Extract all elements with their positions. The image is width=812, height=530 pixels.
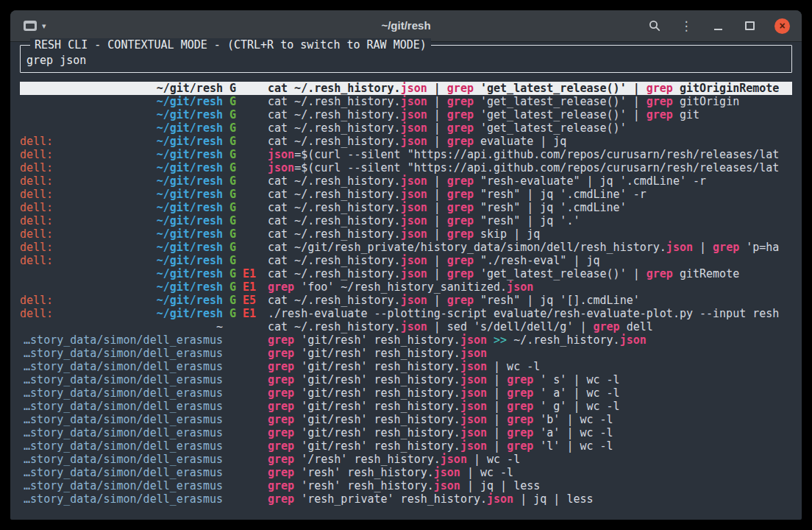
directory-label: ~/git/resh	[157, 188, 223, 201]
history-row[interactable]: …story_data/simon/dell_erasmusgrep 'git/…	[20, 333, 792, 347]
history-row[interactable]: …story_data/simon/dell_erasmusgrep 'git/…	[20, 373, 792, 386]
host-label: dell:	[20, 201, 53, 214]
command-text: cat ~/.resh_history.json | grep "resh-ev…	[268, 174, 792, 188]
history-row[interactable]: dell:~/git/reshGcat ~/git/resh_private/h…	[20, 241, 792, 254]
match-highlight: grep	[447, 294, 474, 307]
search-query-input[interactable]: grep json	[26, 54, 786, 67]
command-text: grep '/resh' resh_history.json | wc -l	[268, 453, 792, 466]
host-directory-cell: …story_data/simon/dell_erasmus	[20, 386, 223, 400]
history-row[interactable]: dell:~/git/reshG E5cat ~/.resh_history.j…	[20, 294, 792, 307]
titlebar[interactable]: ▾ ~/git/resh ⋮ ×	[10, 10, 802, 42]
menu-button[interactable]: ⋮	[680, 10, 693, 41]
restore-button[interactable]	[743, 10, 756, 41]
host-directory-cell: …story_data/simon/dell_erasmus	[20, 439, 223, 453]
git-flag: G	[229, 214, 236, 227]
host-label: dell:	[20, 161, 53, 174]
history-row[interactable]: …story_data/simon/dell_erasmusgrep 'git/…	[20, 413, 792, 426]
history-row[interactable]: …story_data/simon/dell_erasmusgrep 'git/…	[20, 386, 792, 400]
host-label: dell:	[20, 307, 53, 320]
host-directory-cell: ~/git/resh	[20, 108, 223, 121]
command-text: grep 'git/resh' resh_history.json | wc -…	[268, 360, 792, 373]
host-directory-cell: dell:~/git/resh	[20, 214, 223, 227]
match-highlight: json	[620, 333, 647, 347]
history-row[interactable]: …story_data/simon/dell_erasmusgrep 'git/…	[20, 360, 792, 373]
operator-accent: >>	[494, 333, 507, 347]
host-label: dell:	[20, 254, 53, 267]
directory-label: …story_data/simon/dell_erasmus	[24, 400, 223, 413]
history-row[interactable]: ~/git/reshGcat ~/.resh_history.json | gr…	[20, 95, 792, 108]
history-row[interactable]: dell:~/git/reshGcat ~/.resh_history.json…	[20, 135, 792, 148]
history-row[interactable]: …story_data/simon/dell_erasmusgrep 'resh…	[20, 492, 792, 506]
directory-label: …story_data/simon/dell_erasmus	[24, 347, 223, 360]
flags-cell: G	[223, 161, 268, 174]
history-row[interactable]: ~/git/reshG E1cat ~/.resh_history.json |…	[20, 267, 792, 280]
match-highlight: json	[401, 254, 427, 267]
match-highlight: grep	[268, 466, 294, 479]
history-row[interactable]: dell:~/git/reshGcat ~/.resh_history.json…	[20, 254, 792, 267]
command-text: cat ~/.resh_history.json | grep 'get_lat…	[268, 108, 792, 121]
history-row[interactable]: …story_data/simon/dell_erasmusgrep 'git/…	[20, 347, 792, 360]
history-row-selected[interactable]: ~/git/reshGcat ~/.resh_history.json | gr…	[20, 82, 792, 95]
flags-cell: G	[223, 241, 268, 254]
match-highlight: grep	[447, 95, 474, 108]
minimize-button[interactable]	[711, 10, 724, 41]
command-text: json=$(curl --silent "https://api.github…	[268, 148, 792, 161]
exit-status-flag: E5	[236, 294, 256, 307]
host-label: dell:	[20, 148, 53, 161]
match-highlight: grep	[447, 135, 474, 148]
flags-cell	[223, 347, 268, 360]
history-row[interactable]: dell:~/git/reshGcat ~/.resh_history.json…	[20, 214, 792, 227]
close-button[interactable]: ×	[774, 18, 790, 34]
search-button[interactable]	[648, 10, 661, 41]
history-row[interactable]: …story_data/simon/dell_erasmusgrep 'git/…	[20, 400, 792, 413]
git-flag: G	[229, 267, 236, 280]
history-row[interactable]: dell:~/git/reshGcat ~/.resh_history.json…	[20, 174, 792, 188]
match-highlight: grep	[447, 121, 474, 135]
terminal-app-icon	[24, 21, 37, 31]
history-row[interactable]: …story_data/simon/dell_erasmusgrep '/res…	[20, 453, 792, 466]
flags-cell: G	[223, 82, 268, 95]
match-highlight: json	[487, 492, 513, 506]
history-row[interactable]: …story_data/simon/dell_erasmusgrep 'resh…	[20, 479, 792, 492]
history-row[interactable]: ~/git/reshG E1grep 'foo' ~/resh_history_…	[20, 280, 792, 294]
command-text: json=$(curl --silent "https://api.github…	[268, 161, 792, 174]
flags-cell	[223, 320, 268, 333]
match-highlight: grep	[647, 108, 673, 121]
directory-label: …story_data/simon/dell_erasmus	[24, 439, 223, 453]
match-highlight: json	[460, 347, 487, 360]
new-terminal-button[interactable]: ▾	[24, 10, 46, 41]
flags-cell: G	[223, 227, 268, 241]
history-row[interactable]: dell:~/git/reshGcat ~/.resh_history.json…	[20, 201, 792, 214]
history-row[interactable]: ~/git/reshGcat ~/.resh_history.json | gr…	[20, 108, 792, 121]
command-text: cat ~/.resh_history.json | grep "resh" |…	[268, 201, 792, 214]
command-text: cat ~/.resh_history.json | grep "resh" |…	[268, 294, 792, 307]
history-row[interactable]: dell:~/git/reshGcat ~/.resh_history.json…	[20, 188, 792, 201]
flags-cell	[223, 386, 268, 400]
directory-label: …story_data/simon/dell_erasmus	[24, 453, 223, 466]
match-highlight: grep	[447, 267, 474, 280]
history-row[interactable]: dell:~/git/reshG E1./resh-evaluate --plo…	[20, 307, 792, 320]
flags-cell: G	[223, 148, 268, 161]
directory-label: ~/git/resh	[157, 307, 223, 320]
host-directory-cell: ~	[20, 320, 223, 333]
history-row[interactable]: …story_data/simon/dell_erasmusgrep 'git/…	[20, 439, 792, 453]
match-highlight: json	[460, 373, 487, 386]
history-row[interactable]: ~cat ~/.resh_history.json | sed 's/dell/…	[20, 320, 792, 333]
history-row[interactable]: dell:~/git/reshGjson=$(curl --silent "ht…	[20, 148, 792, 161]
command-text: grep 'git/resh' resh_history.json >> ~/.…	[268, 333, 792, 347]
history-row[interactable]: ~/git/reshGcat ~/.resh_history.json | gr…	[20, 121, 792, 135]
command-text: grep 'git/resh' resh_history.json | grep…	[268, 373, 792, 386]
git-flag: G	[229, 82, 236, 95]
git-flag: G	[229, 280, 236, 294]
history-row[interactable]: …story_data/simon/dell_erasmusgrep 'resh…	[20, 466, 792, 479]
match-highlight: grep	[647, 82, 673, 95]
history-row[interactable]: …story_data/simon/dell_erasmusgrep 'git/…	[20, 426, 792, 439]
host-directory-cell: dell:~/git/resh	[20, 227, 223, 241]
history-row[interactable]: dell:~/git/reshGcat ~/.resh_history.json…	[20, 227, 792, 241]
match-highlight: json	[401, 227, 427, 241]
command-text: grep 'git/resh' resh_history.json | grep…	[268, 386, 792, 400]
match-highlight: grep	[507, 426, 533, 439]
command-text: cat ~/.resh_history.json | grep "resh" |…	[268, 214, 792, 227]
history-row[interactable]: dell:~/git/reshGjson=$(curl --silent "ht…	[20, 161, 792, 174]
match-highlight: json	[434, 479, 460, 492]
